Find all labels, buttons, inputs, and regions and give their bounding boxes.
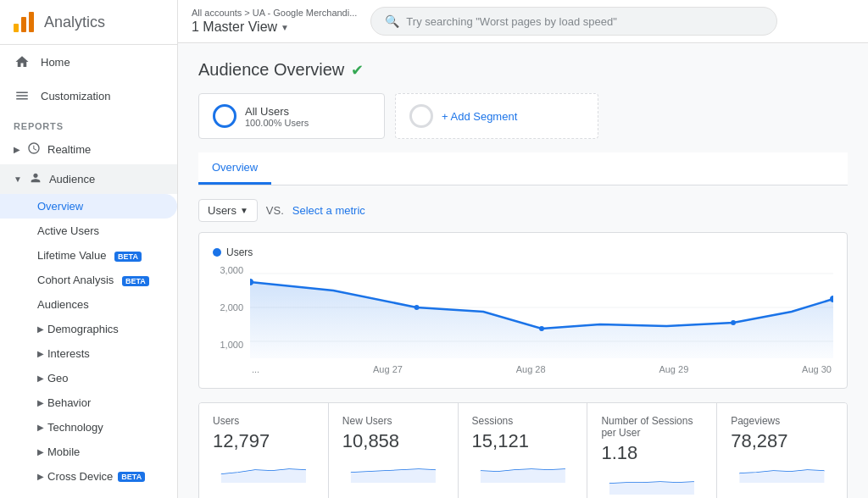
- breadcrumb: All accounts > UA - Google Merchandi...: [192, 8, 357, 18]
- page-title: Audience Overview: [198, 60, 344, 80]
- beta-badge-lifetime: BETA: [114, 252, 142, 262]
- main-area: All accounts > UA - Google Merchandi... …: [178, 0, 868, 498]
- tab-overview[interactable]: Overview: [198, 152, 271, 185]
- expand-icon-audience: ▼: [14, 174, 22, 184]
- stat-sessions-per-user-label: Number of Sessions per User: [601, 415, 703, 439]
- sidebar: Analytics Home Customization REPORTS ▶ R…: [0, 0, 178, 498]
- x-label-aug28: Aug 28: [516, 364, 546, 374]
- reports-label: REPORTS: [0, 113, 177, 135]
- realtime-icon: [27, 141, 41, 158]
- segment-circle-empty: [409, 104, 433, 128]
- svg-rect-2: [29, 12, 34, 32]
- home-label: Home: [41, 56, 70, 69]
- chart-svg: [250, 265, 833, 358]
- metric-row: Users ▼ VS. Select a metric: [198, 199, 848, 222]
- sidebar-sub-lifetime-value[interactable]: Lifetime Value BETA: [0, 243, 177, 268]
- expand-geo: ▶: [37, 374, 44, 383]
- stat-sessions-chart: [472, 457, 574, 483]
- sidebar-sub-cohort-analysis[interactable]: Cohort Analysis BETA: [0, 268, 177, 292]
- content-area: Audience Overview ✔ All Users 100.00% Us…: [178, 43, 868, 498]
- chart-legend: Users: [213, 246, 833, 258]
- beta-badge-cross-device: BETA: [118, 472, 145, 482]
- stat-new-users: New Users 10,858: [329, 403, 459, 498]
- audience-icon: [29, 171, 42, 187]
- segment-circle-filled: [213, 104, 236, 128]
- stat-users-chart: [213, 457, 314, 483]
- search-icon: 🔍: [385, 14, 399, 28]
- account-selector[interactable]: 1 Master View ▼: [192, 19, 357, 35]
- search-bar[interactable]: 🔍 Try searching "Worst pages by load spe…: [370, 7, 777, 36]
- sidebar-sub-mobile[interactable]: ▶ Mobile: [0, 440, 177, 464]
- stat-new-users-value: 10,858: [342, 430, 444, 452]
- svg-rect-0: [14, 24, 19, 32]
- sidebar-sub-demographics[interactable]: ▶ Demographics: [0, 317, 177, 341]
- sidebar-sub-audiences[interactable]: Audiences: [0, 292, 177, 317]
- svg-point-7: [415, 305, 420, 310]
- sidebar-sub-behavior[interactable]: ▶ Behavior: [0, 390, 177, 415]
- stat-pageviews-label: Pageviews: [731, 415, 833, 427]
- page-title-row: Audience Overview ✔: [198, 60, 848, 80]
- sidebar-item-home[interactable]: Home: [0, 45, 177, 79]
- y-label-1000: 1,000: [213, 340, 243, 350]
- stat-sessions-per-user: Number of Sessions per User 1.18: [587, 403, 717, 498]
- segment-row: All Users 100.00% Users + Add Segment: [198, 93, 848, 139]
- expand-cross-device: ▶: [37, 472, 44, 481]
- sidebar-sub-cross-device[interactable]: ▶ Cross Device BETA: [0, 464, 177, 489]
- metric-dropdown-arrow: ▼: [240, 206, 248, 215]
- svg-point-8: [539, 326, 544, 331]
- account-name: 1 Master View: [192, 19, 277, 35]
- sidebar-sub-interests[interactable]: ▶ Interests: [0, 341, 177, 366]
- expand-technology: ▶: [37, 423, 44, 432]
- stat-sessions-per-user-chart: [601, 469, 703, 495]
- customization-label: Customization: [41, 90, 110, 102]
- customization-icon: [14, 87, 31, 104]
- select-metric-link[interactable]: Select a metric: [292, 204, 365, 217]
- metric-primary: Users: [208, 204, 236, 217]
- sidebar-item-realtime[interactable]: ▶ Realtime: [0, 135, 177, 164]
- stat-sessions-value: 15,121: [472, 430, 574, 452]
- svg-rect-1: [21, 17, 26, 32]
- stat-pageviews-value: 78,287: [731, 430, 833, 452]
- y-label-2000: 2,000: [213, 302, 243, 313]
- legend-dot: [213, 248, 221, 257]
- stat-new-users-label: New Users: [342, 415, 444, 427]
- sidebar-sub-overview[interactable]: Overview: [0, 194, 177, 219]
- segment-sub: 100.00% Users: [245, 118, 309, 128]
- search-placeholder: Try searching "Worst pages by load speed…: [406, 15, 616, 28]
- y-label-3000: 3,000: [213, 265, 243, 275]
- add-segment-label: + Add Segment: [442, 110, 517, 123]
- beta-badge-cohort: BETA: [122, 276, 149, 286]
- stat-pageviews-chart: [731, 457, 833, 483]
- stat-sessions-label: Sessions: [472, 415, 574, 427]
- segment-all-users[interactable]: All Users 100.00% Users: [198, 93, 385, 139]
- x-label-aug27: Aug 27: [373, 364, 403, 374]
- x-label-start: ...: [252, 364, 259, 374]
- stat-pageviews: Pageviews 78,287: [717, 403, 847, 498]
- expand-mobile: ▶: [37, 447, 44, 456]
- account-dropdown-arrow: ▼: [281, 23, 289, 32]
- legend-label: Users: [226, 246, 253, 258]
- stat-new-users-chart: [342, 457, 444, 483]
- stat-users-value: 12,797: [213, 430, 314, 452]
- sidebar-item-customization[interactable]: Customization: [0, 79, 177, 113]
- stat-users-label: Users: [213, 415, 314, 427]
- sidebar-item-attribution[interactable]: ▶ Attribution BETA: [0, 489, 177, 498]
- vs-label: VS.: [266, 204, 284, 217]
- expand-demographics: ▶: [37, 324, 44, 334]
- app-title: Analytics: [44, 14, 105, 31]
- x-label-aug29: Aug 29: [659, 364, 688, 374]
- metric-dropdown[interactable]: Users ▼: [198, 199, 258, 222]
- sidebar-sub-active-users[interactable]: Active Users: [0, 219, 177, 243]
- stats-grid-row1: Users 12,797 New Users 10,858 Sessions 1…: [198, 402, 848, 498]
- x-label-aug30: Aug 30: [802, 364, 832, 374]
- expand-interests: ▶: [37, 349, 44, 358]
- sidebar-sub-technology[interactable]: ▶ Technology: [0, 415, 177, 440]
- sidebar-sub-geo[interactable]: ▶ Geo: [0, 366, 177, 390]
- sidebar-item-audience[interactable]: ▼ Audience: [0, 164, 177, 194]
- sidebar-header: Analytics: [0, 0, 177, 45]
- stat-sessions: Sessions 15,121: [459, 403, 588, 498]
- analytics-logo-icon: [10, 8, 37, 36]
- segment-add-button[interactable]: + Add Segment: [395, 93, 598, 139]
- verified-icon: ✔: [351, 61, 364, 80]
- realtime-label: Realtime: [47, 143, 91, 156]
